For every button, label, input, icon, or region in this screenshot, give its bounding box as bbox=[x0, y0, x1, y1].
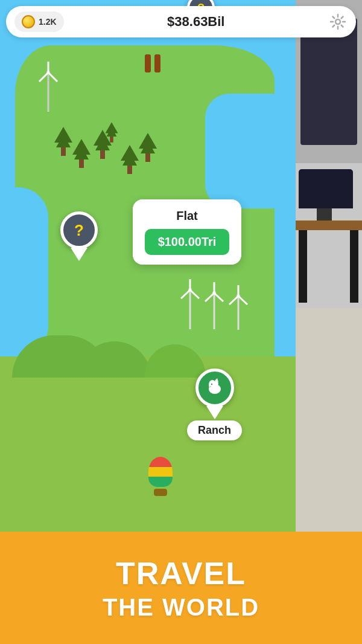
turbine-top-left bbox=[33, 60, 63, 115]
map-area: ? ? Flat bbox=[0, 0, 296, 532]
svg-line-14 bbox=[214, 293, 223, 301]
svg-line-9 bbox=[190, 290, 199, 298]
gear-icon bbox=[329, 13, 346, 30]
right-panel bbox=[296, 0, 362, 532]
water-right bbox=[205, 94, 296, 208]
travel-title: TRAVEL bbox=[116, 555, 246, 591]
svg-point-27 bbox=[335, 19, 340, 24]
desk-surface bbox=[296, 221, 362, 230]
coin-badge: 1.2K bbox=[14, 11, 64, 32]
top-bar: 1.2K $38.63Bil bbox=[6, 6, 356, 37]
svg-point-25 bbox=[211, 384, 212, 385]
svg-line-13 bbox=[205, 293, 214, 301]
ranch-label: Ranch bbox=[187, 420, 242, 440]
svg-line-18 bbox=[229, 296, 238, 304]
balance-display: $38.63Bil bbox=[64, 14, 328, 30]
turbine-center-3 bbox=[223, 284, 253, 332]
tree-1 bbox=[54, 127, 72, 156]
desk-leg-left bbox=[299, 230, 307, 303]
left-pin-question: ? bbox=[74, 221, 84, 240]
coin-count: 1.2K bbox=[39, 17, 57, 27]
floor bbox=[296, 308, 362, 532]
tree-2 bbox=[72, 139, 91, 168]
flat-info-card[interactable]: Flat $100.00Tri bbox=[133, 199, 241, 265]
travel-subtitle: THE WORLD bbox=[103, 594, 259, 621]
svg-line-19 bbox=[238, 296, 247, 304]
water-left bbox=[0, 187, 48, 356]
flat-card-price: $100.00Tri bbox=[145, 229, 229, 255]
coin-icon bbox=[22, 15, 35, 28]
flat-card-title: Flat bbox=[145, 209, 229, 223]
desk-leg-right bbox=[350, 230, 358, 303]
settings-button[interactable] bbox=[328, 12, 348, 31]
hot-air-balloon bbox=[148, 457, 173, 496]
tree-4 bbox=[121, 145, 139, 174]
svg-point-26 bbox=[210, 386, 211, 387]
left-question-pin[interactable]: ? bbox=[60, 211, 98, 261]
horse-icon bbox=[204, 377, 226, 399]
svg-line-8 bbox=[181, 290, 190, 298]
ranch-pin[interactable]: Ranch bbox=[187, 369, 242, 440]
land-lower bbox=[0, 356, 296, 532]
bottom-section: TRAVEL THE WORLD bbox=[0, 532, 362, 644]
tree-6 bbox=[106, 122, 118, 143]
tree-5 bbox=[139, 133, 157, 162]
monitor-screen bbox=[299, 169, 353, 208]
character bbox=[145, 54, 160, 72]
svg-line-4 bbox=[48, 72, 57, 82]
svg-line-3 bbox=[39, 72, 48, 82]
monitor-stand bbox=[317, 208, 332, 221]
